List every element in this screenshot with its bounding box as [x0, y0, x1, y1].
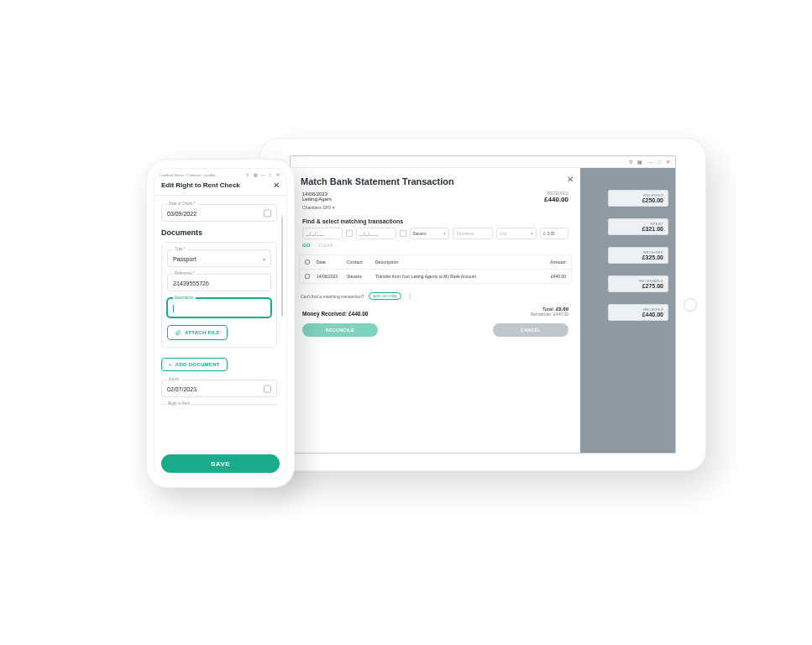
phone-device: Landlord Vision › Contacts › Landlor... …: [147, 160, 294, 487]
plus-icon: +: [169, 362, 172, 367]
modal-meta-right: RECEIVED £440.00: [544, 191, 568, 203]
tablet-device: ⚲ ▦ — □ ✕ RECEIVED £250.00 SPENT £321.00…: [260, 139, 705, 470]
add-document-button[interactable]: + ADD DOCUMENT: [161, 358, 228, 371]
modal-account[interactable]: Chambers SPS: [291, 205, 580, 215]
maximize-icon[interactable]: □: [657, 160, 661, 165]
doc-description-input[interactable]: Description: [167, 298, 271, 317]
calendar-icon[interactable]: [264, 209, 271, 217]
select-all-checkbox[interactable]: [305, 260, 310, 265]
tablet-window-chrome: ⚲ ▦ — □ ✕: [291, 156, 675, 168]
side-card-amount: £250.00: [613, 197, 663, 203]
match-transaction-modal: ✕ Match Bank Statement Transaction 14/06…: [291, 168, 580, 453]
filter-contact[interactable]: Stevens▾: [410, 228, 450, 239]
add-document-label: ADD DOCUMENT: [175, 362, 220, 367]
calendar-icon[interactable]: [346, 230, 353, 237]
minimize-icon[interactable]: —: [647, 160, 652, 165]
breadcrumb: Landlord Vision › Contacts › Landlor...: [160, 173, 246, 177]
col-amount: Amount: [536, 260, 566, 265]
row-contact: Stevens: [347, 274, 375, 279]
page-title: Edit Right to Rent Check: [161, 181, 240, 189]
save-button[interactable]: SAVE: [161, 454, 280, 473]
add-income-button[interactable]: ADD INCOME: [369, 292, 401, 300]
side-card-amount: £321.00: [613, 226, 663, 232]
scrollbar[interactable]: [281, 216, 283, 317]
grid-icon[interactable]: ▦: [254, 172, 259, 177]
calendar-icon[interactable]: [264, 385, 271, 392]
field-value: 21439555726: [168, 275, 270, 291]
cancel-button[interactable]: CANCEL: [493, 323, 568, 337]
col-contact: Contact: [347, 260, 375, 265]
filter-go-button[interactable]: GO: [302, 243, 310, 248]
find-section-title: Find & select matching transactions: [291, 215, 580, 228]
side-card[interactable]: SPENT £321.00: [608, 218, 668, 235]
row-checkbox[interactable]: [305, 274, 310, 279]
expiry-field[interactable]: Expiry 02/07/2023: [161, 380, 277, 397]
table-header: Date Contact Description Amount: [300, 255, 571, 270]
tablet-home-button[interactable]: [684, 298, 697, 312]
maximize-icon[interactable]: □: [269, 172, 274, 177]
row-amount: £440.00: [536, 274, 566, 279]
filter-to[interactable]: __/__/____: [356, 228, 396, 239]
side-card[interactable]: RECEIVED £250.00: [608, 190, 668, 207]
tablet-screen: ⚲ ▦ — □ ✕ RECEIVED £250.00 SPENT £321.00…: [290, 155, 676, 454]
filter-reference[interactable]: Reference: [453, 228, 493, 239]
search-icon[interactable]: ⚲: [246, 172, 251, 177]
grid-icon[interactable]: ▦: [637, 159, 642, 165]
minimize-icon[interactable]: —: [261, 172, 266, 177]
received-amount: £440.00: [544, 196, 568, 203]
field-label: Expiry: [167, 377, 181, 381]
modal-title: Match Bank Statement Transaction: [291, 168, 580, 191]
field-value: 02/07/2023: [162, 380, 276, 396]
row-date: 14/06/2023: [317, 274, 347, 279]
paperclip-icon: [175, 329, 181, 336]
field-label: Type *: [173, 247, 187, 251]
table-row[interactable]: 14/06/2023 Stevens Transfer from Your Le…: [300, 270, 571, 283]
side-card-amount: £440.00: [613, 312, 663, 317]
phone-titlebar: Landlord Vision › Contacts › Landlor... …: [155, 169, 286, 179]
text-cursor: [173, 305, 174, 312]
phone-screen: Landlord Vision › Contacts › Landlor... …: [154, 168, 287, 479]
close-icon[interactable]: ✕: [276, 172, 281, 177]
filter-from[interactable]: __/__/____: [302, 228, 343, 239]
modal-payee: Letting Agent: [302, 197, 332, 202]
remainder-label: Remainder:: [531, 312, 553, 317]
filter-amount[interactable]: £0.00: [540, 228, 568, 239]
attach-file-button[interactable]: ATTACH FILE: [167, 325, 228, 340]
search-icon[interactable]: ⚲: [629, 159, 632, 165]
money-received: Money Received: £440.00: [302, 311, 368, 317]
modal-close-icon[interactable]: ✕: [567, 175, 574, 184]
remainder-value: £440.00: [553, 312, 568, 317]
right-to-rent-field[interactable]: Right to Rent: [161, 404, 277, 405]
documents-heading: Documents: [161, 228, 277, 237]
side-card[interactable]: RECEIVED £325.00: [608, 247, 668, 264]
close-icon[interactable]: ✕: [273, 181, 280, 190]
filter-row: __/__/____ __/__/____ Stevens▾ Reference…: [291, 228, 580, 243]
close-icon[interactable]: ✕: [666, 159, 670, 165]
doc-type-select[interactable]: Type * Passport ▾: [167, 249, 271, 267]
side-card[interactable]: RECEIVABLE £275.00: [608, 275, 668, 292]
field-label: Reference *: [173, 271, 196, 275]
filter-unit[interactable]: Unit▾: [496, 228, 537, 239]
transaction-side-list: RECEIVED £250.00 SPENT £321.00 RECEIVED …: [608, 190, 668, 321]
row-description: Transfer from Your Letting Agents to My …: [375, 274, 536, 279]
side-card[interactable]: RECEIVED £440.00: [608, 304, 668, 321]
filter-clear-button[interactable]: CLEAR: [318, 244, 333, 248]
field-value: 03/09/2022: [162, 205, 276, 221]
col-date: Date: [317, 260, 347, 265]
field-label: Date of Check *: [167, 202, 197, 206]
more-options-icon[interactable]: ⋮: [406, 295, 413, 298]
date-of-check-field[interactable]: Date of Check * 03/09/2022: [161, 204, 277, 222]
doc-reference-input[interactable]: Reference * 21439555726: [167, 274, 271, 291]
side-card-amount: £325.00: [613, 254, 663, 260]
attach-file-label: ATTACH FILE: [185, 330, 220, 335]
document-card: Type * Passport ▾ Reference * 2143955572…: [161, 242, 277, 348]
cannot-find-text: Can't find a matching transaction?: [301, 294, 364, 299]
side-card-amount: £275.00: [613, 283, 663, 289]
transactions-table: Date Contact Description Amount 14/06/20…: [299, 254, 572, 284]
reconcile-button[interactable]: RECONCILE: [302, 323, 378, 337]
phone-header: Edit Right to Rent Check ✕: [155, 179, 286, 196]
modal-meta-left: 14/06/2023 Letting Agent: [302, 191, 332, 203]
field-value: Passport: [168, 250, 270, 266]
calendar-icon[interactable]: [400, 230, 406, 237]
col-description: Description: [375, 260, 536, 265]
